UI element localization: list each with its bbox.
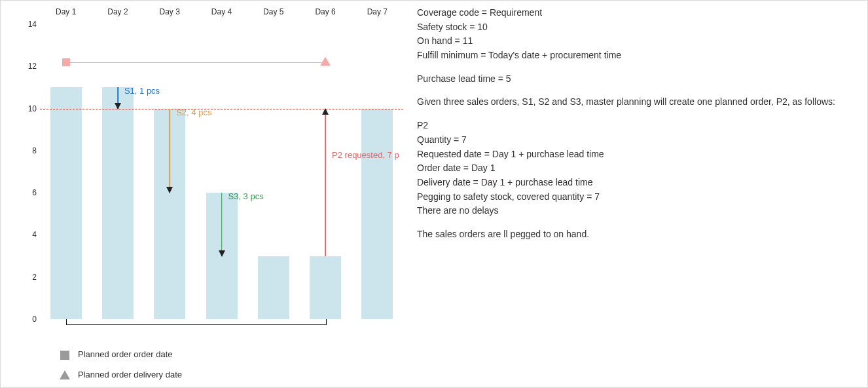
legend-delivery-date: Planned order delivery date	[58, 367, 182, 383]
arrow-label-s1: S1, 1 pcs	[124, 86, 160, 96]
info-p2-order: Order date = Day 1	[417, 161, 849, 176]
plot-bottom-bracket	[66, 319, 327, 325]
y-tick-label: 14	[17, 20, 37, 28]
info-panel: Coverage code = Requirement Safety stock…	[417, 6, 849, 242]
y-tick-label: 4	[17, 231, 37, 239]
info-given: Given three sales orders, S1, S2 and S3,…	[417, 95, 849, 109]
bar	[310, 256, 341, 319]
plot-area: 02468101214Day 1Day 2Day 3Day 4Day 5Day …	[40, 24, 403, 319]
info-purchase-lead-time: Purchase lead time = 5	[417, 72, 849, 87]
legend-delivery-date-label: Planned order delivery date	[78, 367, 182, 383]
x-tick-label: Day 5	[263, 7, 283, 16]
bar	[50, 87, 82, 319]
legend: Planned order order date Planned order d…	[58, 347, 182, 387]
planned-order-line	[66, 62, 325, 63]
x-tick-label: Day 3	[160, 7, 180, 16]
info-fulfill-minimum: Fulfill minimum = Today's date + procure…	[417, 48, 849, 63]
arrow-label-p2: P2 requested, 7 p	[332, 150, 399, 161]
info-p2-qty: Quantity = 7	[417, 133, 849, 147]
info-p2-delivery: Delivery date = Day 1 + purchase lead ti…	[417, 176, 849, 190]
square-icon	[58, 347, 71, 363]
y-tick-label: 8	[17, 147, 37, 155]
y-tick-label: 0	[17, 315, 37, 323]
x-tick-label: Day 4	[211, 7, 232, 16]
y-tick-label: 12	[17, 62, 37, 70]
y-tick-label: 2	[17, 273, 37, 281]
x-tick-label: Day 2	[107, 7, 128, 16]
bar	[258, 256, 289, 319]
legend-order-date-label: Planned order order date	[78, 347, 173, 363]
x-tick-label: Day 6	[315, 7, 335, 16]
info-p2-delays: There are no delays	[417, 204, 849, 218]
chart: 02468101214Day 1Day 2Day 3Day 4Day 5Day …	[12, 5, 405, 339]
info-p2-pegging: Pegging to safety stock, covered quantit…	[417, 190, 849, 204]
y-tick-label: 6	[17, 189, 37, 197]
x-tick-label: Day 1	[56, 7, 76, 16]
y-tick-label: 10	[17, 105, 37, 113]
legend-order-date: Planned order order date	[58, 347, 182, 363]
x-tick-label: Day 7	[367, 7, 388, 16]
info-footnote: The sales orders are ll pegged to on han…	[417, 227, 849, 242]
info-on-hand: On hand = 11	[417, 34, 849, 48]
bar	[102, 87, 134, 319]
info-p2-header: P2	[417, 119, 849, 133]
delivery-date-triangle-icon	[320, 56, 331, 66]
triangle-icon	[58, 367, 71, 383]
page: 02468101214Day 1Day 2Day 3Day 4Day 5Day …	[0, 0, 868, 388]
arrow-label-s2: S2, 4 pcs	[176, 107, 211, 118]
safety-stock-line	[40, 109, 403, 109]
info-safety-stock: Safety stock = 10	[417, 20, 849, 35]
info-p2-requested: Requested date = Day 1 + purchase lead t…	[417, 147, 849, 162]
info-coverage-code: Coverage code = Requirement	[417, 6, 849, 20]
order-date-square-icon	[62, 58, 70, 66]
bar	[361, 109, 393, 319]
arrow-label-s3: S3, 3 pcs	[228, 191, 264, 202]
